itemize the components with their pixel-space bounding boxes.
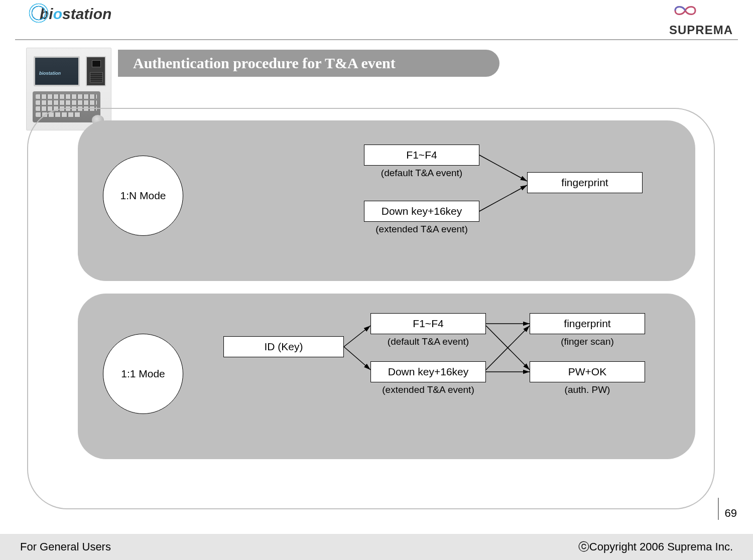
caption-f1f4-bot: (default T&A event): [370, 336, 486, 347]
node-f1f4-bot: F1~F4: [370, 313, 486, 334]
biostation-swirl-icon: [28, 2, 50, 24]
node-down16-bot: Down key+16key: [370, 361, 486, 382]
footer-right: ⓒCopyright 2006 Suprema Inc.: [578, 539, 733, 554]
content-area: biostation Authentication procedure for …: [20, 48, 728, 519]
caption-down16-bot: (extended T&A event): [365, 384, 491, 395]
node-1n-mode: 1:N Mode: [103, 156, 183, 236]
page-number: 69: [718, 498, 739, 520]
biostation-logo: biostation: [28, 4, 111, 26]
node-pw-ok: PW+OK: [530, 361, 645, 382]
fingerprint-sensor-icon: [90, 72, 103, 82]
suprema-text: SUPREMA: [669, 23, 733, 37]
caption-pw-ok: (auth. PW): [530, 384, 645, 395]
node-down16-top: Down key+16key: [364, 201, 479, 222]
node-f1f4-top: F1~F4: [364, 145, 479, 166]
caption-f1f4-top: (default T&A event): [364, 168, 479, 179]
node-11-mode: 1:1 Mode: [103, 334, 183, 414]
page-header: biostation SUPREMA: [15, 5, 738, 40]
suprema-logo: SUPREMA: [669, 5, 733, 37]
page-title: Authentication procedure for T&A event: [118, 50, 499, 77]
device-sensor-module: [86, 56, 106, 86]
camera-icon: [92, 60, 101, 67]
node-id-key: ID (Key): [223, 336, 344, 357]
caption-fingerprint-bot: (finger scan): [530, 336, 645, 347]
page-footer: For General Users ⓒCopyright 2006 Suprem…: [0, 534, 753, 560]
device-brand-text: biostation: [39, 71, 61, 76]
footer-left: For General Users: [20, 540, 111, 553]
device-screen: biostation: [34, 56, 80, 86]
infinity-icon: [670, 3, 700, 18]
caption-down16-top: (extended T&A event): [359, 224, 484, 235]
node-fingerprint-top: fingerprint: [527, 172, 643, 193]
node-fingerprint-bot: fingerprint: [530, 313, 645, 334]
